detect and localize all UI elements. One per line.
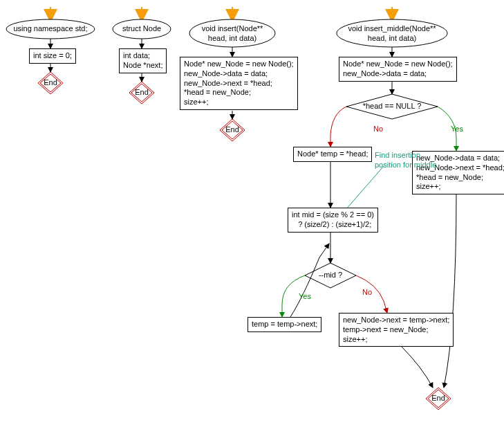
label-mid-no: No — [362, 288, 372, 296]
end-insert: End — [225, 125, 240, 134]
terminal-struct: struct Node — [118, 24, 166, 34]
box-size-decl: int size = 0; — [29, 48, 76, 64]
end-namespace: End — [43, 78, 58, 87]
terminal-namespace: using namespace std; — [8, 24, 93, 34]
decision-head-null: *head == NULL ? — [355, 102, 429, 111]
end-struct: End — [134, 88, 149, 96]
box-im-temp: Node* temp = *head; — [293, 147, 372, 162]
terminal-insert-middle-text: void insert_middle(Node** head, int data… — [348, 24, 436, 42]
terminal-insert-middle: void insert_middle(Node** head, int data… — [344, 24, 440, 44]
box-im-no-block: new_Node->next = temp->next; temp->next … — [339, 313, 454, 347]
terminal-insert-text: void insert(Node** head, int data) — [202, 24, 263, 42]
label-mid-yes: Yes — [299, 292, 311, 300]
svg-line-24 — [346, 166, 384, 210]
box-node-fields: int data; Node *next; — [119, 48, 167, 73]
box-im-temp-next: temp = temp->next; — [248, 317, 321, 332]
box-im-new-node: Node* new_Node = new Node(); new_Node->d… — [339, 57, 457, 82]
box-insert-body: Node* new_Node = new Node(); new_Node->d… — [180, 57, 298, 110]
label-head-null-yes: Yes — [451, 125, 463, 133]
box-im-mid: int mid = (size % 2 == 0) ? (size/2) : (… — [288, 208, 378, 233]
label-head-null-no: No — [373, 125, 383, 133]
decision-mid: --mid ? — [312, 271, 348, 280]
end-insert-middle: End — [431, 394, 446, 402]
terminal-insert: void insert(Node** head, int data) — [196, 24, 268, 44]
annotation-find-insertion: Find insertion position for middle — [375, 151, 436, 170]
